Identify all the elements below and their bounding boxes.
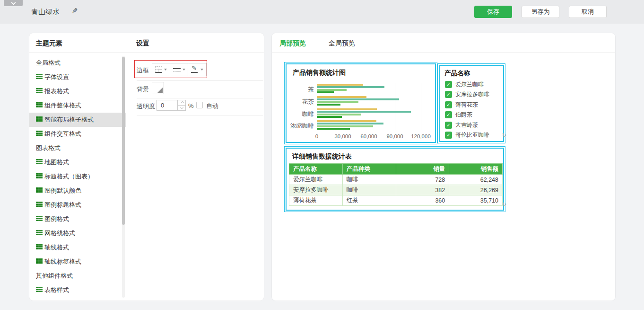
checkbox-item-label: 伯爵茶 xyxy=(455,111,472,119)
table-header-cell: 产品种类 xyxy=(342,164,396,175)
sidebar-item-label: 图例标题格式 xyxy=(44,201,81,208)
table-cell: 35,710 xyxy=(449,195,503,206)
sidebar-item[interactable]: 图例默认颜色 xyxy=(29,184,126,198)
list-icon xyxy=(36,187,43,193)
checkbox-item[interactable]: ✓哥伦比亚咖啡 xyxy=(445,132,489,139)
sidebar-item-label: 轴线标签格式 xyxy=(44,258,81,265)
save-as-button[interactable]: 另存为 xyxy=(522,6,559,18)
border-line-style-dropdown[interactable] xyxy=(170,63,188,76)
table-cell: 红茶 xyxy=(342,195,396,206)
table-cell: 安摩拉多咖啡 xyxy=(289,185,343,195)
table-body: 爱尔兰咖啡咖啡72862,248安摩拉多咖啡咖啡38226,269薄荷花茶红茶3… xyxy=(289,175,503,206)
sidebar-item-label: 轴线格式 xyxy=(44,244,69,251)
table-cell: 咖啡 xyxy=(342,175,396,185)
border-color-dropdown[interactable]: ✎ xyxy=(188,63,206,76)
sidebar-item[interactable]: 组件交互格式 xyxy=(29,127,126,141)
sidebar-scrollbar-thumb[interactable] xyxy=(122,57,125,225)
list-icon xyxy=(36,258,43,264)
checkbox-checked-icon[interactable]: ✓ xyxy=(445,122,452,129)
save-button[interactable]: 保存 xyxy=(474,6,512,18)
table-header-row: 产品名称产品种类销量销售额 xyxy=(289,164,503,175)
preview-header: 局部预览 全局预览 xyxy=(272,33,615,53)
list-icon xyxy=(36,88,43,94)
sidebar-item[interactable]: 标题格式（图表） xyxy=(29,169,126,184)
gridline xyxy=(421,83,421,130)
sidebar-item-label: 智能布局格子格式 xyxy=(44,116,94,123)
sidebar-item[interactable]: 全局格式 xyxy=(29,56,126,70)
sidebar-item[interactable]: 表格样式 xyxy=(29,283,126,297)
stepper-down-button[interactable] xyxy=(178,105,185,110)
chevron-down-icon xyxy=(180,106,183,109)
checkbox-checked-icon[interactable]: ✓ xyxy=(445,81,452,88)
sidebar-item[interactable]: 字体设置 xyxy=(29,70,126,84)
list-icon xyxy=(36,74,43,80)
sidebar-item[interactable]: 智能布局格子格式 xyxy=(29,113,126,127)
table-header-cell: 产品名称 xyxy=(289,164,343,175)
checkbox-item-label: 哥伦比亚咖啡 xyxy=(455,131,489,139)
opacity-input[interactable] xyxy=(157,100,177,111)
bar xyxy=(317,114,361,115)
settings-panel-title: 设置 xyxy=(136,39,149,48)
x-tick-label: 30,000 xyxy=(334,133,351,139)
tab-local-preview[interactable]: 局部预览 xyxy=(279,39,306,48)
checkbox-item[interactable]: ✓安摩拉多咖啡 xyxy=(445,91,489,98)
line-style-icon xyxy=(173,68,181,71)
sidebar-item[interactable]: 网格线格式 xyxy=(29,226,126,240)
checkbox-item[interactable]: ✓大吉岭茶 xyxy=(445,121,478,129)
list-icon xyxy=(36,202,43,207)
sidebar-item-label: 表格样式 xyxy=(44,286,69,293)
sales-table-widget[interactable]: 详细销售数据统计表 产品名称产品种类销量销售额 爱尔兰咖啡咖啡72862,248… xyxy=(286,148,504,211)
top-bar: 青山绿水 ✎ 保存 另存为 取消 xyxy=(0,0,644,24)
edit-title-icon[interactable]: ✎ xyxy=(72,7,78,15)
sidebar-item[interactable]: 图例标题格式 xyxy=(29,198,126,212)
checkbox-item[interactable]: ✓爱尔兰咖啡 xyxy=(445,80,484,88)
table-cell: 360 xyxy=(396,195,449,206)
sidebar-item[interactable]: 其他组件格式 xyxy=(29,269,126,283)
percent-label: % xyxy=(188,102,194,109)
checkbox-checked-icon[interactable]: ✓ xyxy=(445,111,452,118)
list-icon xyxy=(36,216,43,221)
sidebar-item[interactable]: 轴线标签格式 xyxy=(29,255,126,269)
list-icon xyxy=(36,244,43,250)
checkbox-item[interactable]: ✓薄荷花茶 xyxy=(445,101,478,108)
bar xyxy=(317,98,399,100)
collapse-panel-tab[interactable] xyxy=(4,0,23,6)
table-cell: 728 xyxy=(396,175,449,185)
auto-checkbox[interactable] xyxy=(196,102,203,108)
background-color-swatch[interactable] xyxy=(152,82,164,94)
stepper-up-button[interactable] xyxy=(178,100,185,105)
table-head: 产品名称产品种类销量销售额 xyxy=(289,164,503,175)
sidebar-item[interactable]: 轴线格式 xyxy=(29,240,126,255)
sidebar-item[interactable]: 地图格式 xyxy=(29,155,126,169)
resize-handle-icon[interactable]: ↻ xyxy=(502,202,506,208)
theme-elements-card: 主题元素 设置 全局格式字体设置报表格式组件整体格式智能布局格子格式组件交互格式… xyxy=(29,33,264,301)
sidebar-item[interactable]: 图例格式 xyxy=(29,212,126,226)
bar xyxy=(317,108,377,110)
sidebar-list: 全局格式字体设置报表格式组件整体格式智能布局格子格式组件交互格式图表格式地图格式… xyxy=(29,53,126,297)
table-cell: 爱尔兰咖啡 xyxy=(289,175,343,185)
resize-handle-icon[interactable]: ↻ xyxy=(502,133,506,139)
product-filter-widget[interactable]: 产品名称 ✓爱尔兰咖啡✓安摩拉多咖啡✓薄荷花茶✓伯爵茶✓大吉岭茶✓哥伦比亚咖啡 xyxy=(439,65,504,142)
list-icon xyxy=(36,116,43,122)
checkbox-checked-icon[interactable]: ✓ xyxy=(445,101,452,108)
table-cell: 382 xyxy=(396,185,449,195)
bar xyxy=(317,86,384,88)
table-row: 爱尔兰咖啡咖啡72862,248 xyxy=(289,175,503,185)
checkbox-item[interactable]: ✓伯爵茶 xyxy=(445,111,472,119)
checkbox-checked-icon[interactable]: ✓ xyxy=(445,132,452,139)
sidebar-item[interactable]: 报表格式 xyxy=(29,84,126,98)
cancel-button[interactable]: 取消 xyxy=(569,6,607,18)
sidebar-item-label: 网格线格式 xyxy=(44,230,75,237)
checkbox-checked-icon[interactable]: ✓ xyxy=(445,91,452,98)
table-cell: 26,269 xyxy=(449,185,503,195)
border-position-dropdown[interactable] xyxy=(152,63,170,76)
bar-chart-widget[interactable]: 产品销售额统计图 茶花茶咖啡浓缩咖啡 030,00060,00090,00012… xyxy=(286,63,436,143)
sidebar-item-label: 其他组件格式 xyxy=(36,272,73,279)
sidebar-item[interactable]: 组件整体格式 xyxy=(29,98,126,113)
theme-title: 青山绿水 xyxy=(31,8,60,17)
opacity-stepper xyxy=(177,100,186,111)
tab-global-preview[interactable]: 全局预览 xyxy=(329,39,355,48)
bar xyxy=(317,91,334,93)
sales-table: 产品名称产品种类销量销售额 爱尔兰咖啡咖啡72862,248安摩拉多咖啡咖啡38… xyxy=(289,163,503,206)
sidebar-item[interactable]: 图表格式 xyxy=(29,141,126,155)
